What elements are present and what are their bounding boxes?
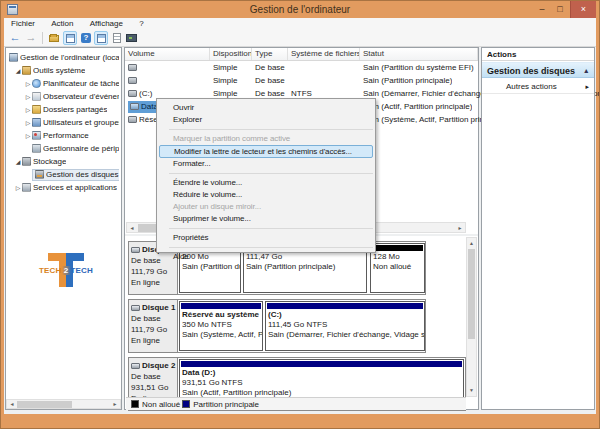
maximize-button[interactable]: □ [552,1,568,18]
collapse-arrow-icon[interactable]: ▷ [14,184,22,191]
tree-item-performance[interactable]: ▷ Performance [6,129,119,142]
tree-item-gestion-des-disques[interactable]: Gestion des disques [6,168,119,181]
tree-item-label: Outils système [33,66,85,75]
menu-item-modifier-lettre-lecteur[interactable]: Modifier la lettre de lecteur et les che… [159,145,373,158]
tree-horizontal-scrollbar[interactable]: ◄ ► [6,399,121,409]
collapse-arrow-icon[interactable]: ▷ [24,106,32,113]
volume-statut: Sain (Partition principale) [360,76,452,85]
collapse-arrow-icon[interactable]: ▷ [24,119,32,126]
storage-icon [22,157,31,166]
actions-section-gestion-des-disques[interactable]: Gestion des disques ▴ [482,62,594,78]
expand-arrow-icon[interactable]: ◢ [14,67,22,74]
console-icon [126,34,137,42]
tree-item-observateur[interactable]: ▷ Observateur d'événements [6,90,119,103]
menu-item-ouvrir[interactable]: Ouvrir [157,102,375,114]
menu-affichage[interactable]: Affichage [83,18,130,30]
menu-item-supprimer-volume[interactable]: Supprimer le volume... [157,213,375,225]
partition-reserve-systeme[interactable]: Réservé au système 350 Mo NTFS Sain (Sys… [179,301,263,351]
show-console-tree-button[interactable] [47,31,61,45]
tree-item-computer-management[interactable]: Gestion de l'ordinateur (local) [6,51,119,64]
partition-header-bar [181,361,462,367]
scroll-right-icon[interactable]: ► [111,400,119,409]
volume-context-menu: Ouvrir Explorer Marquer la partition com… [156,98,376,253]
toolbar: ← → ? [4,30,596,47]
scrollbar-thumb[interactable] [468,249,475,339]
window-title: Gestion de l'ordinateur [1,1,599,18]
menu-action[interactable]: Action [44,18,80,30]
scrollbar-thumb[interactable] [17,401,72,408]
legend-label: Non alloué [142,400,180,409]
menu-item-proprietes[interactable]: Propriétés [157,232,375,244]
minimize-button[interactable]: – [534,1,550,18]
volume-icon [128,90,137,97]
tree-item-planificateur[interactable]: ▷ Planificateur de tâches [6,77,119,90]
tree-item-services-applications[interactable]: ▷ Services et applications [6,181,119,194]
column-systeme-fichiers[interactable]: Système de fichiers [288,48,360,60]
console-tree-panel: Gestion de l'ordinateur (local) ◢ Outils… [5,47,122,410]
scroll-down-icon[interactable]: ▼ [467,386,476,395]
partition-title: (C:) [266,310,424,320]
app-icon [7,4,18,15]
collapse-arrow-icon[interactable]: ▷ [24,132,32,139]
column-statut[interactable]: Statut [360,48,478,60]
tree-item-dossiers-partages[interactable]: ▷ Dossiers partagés [6,103,119,116]
menu-item-explorer[interactable]: Explorer [157,114,375,126]
partition-title: Data (D:) [180,368,463,378]
partition-c[interactable]: (C:) 111,45 Go NTFS Sain (Démarrer, Fich… [265,301,425,351]
column-volume[interactable]: Volume [125,48,210,60]
disk-name: Disque 1 [142,302,175,313]
forward-icon[interactable]: → [24,31,38,45]
primary-partition-color-swatch [182,400,190,408]
volume-disposition: Simple [210,63,252,72]
actions-item-label: Autres actions [506,82,557,91]
scroll-left-icon[interactable]: ◄ [128,224,136,233]
disk-type: De base [131,313,177,324]
show-hide-pane-button[interactable] [63,31,77,45]
menu-item-marquer-partition-active: Marquer la partition comme active [157,133,375,145]
tree-item-outils-systeme[interactable]: ◢ Outils système [6,64,119,77]
tree-item-label: Stockage [33,157,66,166]
tree-item-utilisateurs[interactable]: ▷ Utilisateurs et groupes locaux [6,116,119,129]
menu-item-reduire-volume[interactable]: Réduire le volume... [157,189,375,201]
menu-item-etendre-volume[interactable]: Étendre le volume... [157,177,375,189]
tree-item-label: Planificateur de tâches [43,79,119,88]
disk-icon [131,363,140,369]
collapse-arrow-icon[interactable]: ▷ [24,80,32,87]
column-disposition[interactable]: Disposition [210,48,252,60]
show-action-pane-button[interactable] [94,31,108,45]
disk-vertical-scrollbar[interactable]: ▲ ▼ [466,237,477,397]
menu-item-formater[interactable]: Formater... [157,158,375,170]
volume-row-principale[interactable]: Simple De base Sain (Partition principal… [125,74,478,87]
menu-item-ajouter-disque-miroir: Ajouter un disque miroir... [157,201,375,213]
toolbar-divider [42,32,43,44]
scroll-left-icon[interactable]: ◄ [8,400,16,409]
expand-arrow-icon[interactable]: ◢ [14,158,22,165]
partition-non-allouee[interactable]: 128 Mo Non alloué [370,243,425,293]
tree-item-stockage[interactable]: ◢ Stockage [6,155,119,168]
tree-item-gestionnaire-peripheriques[interactable]: Gestionnaire de périphériques [6,142,119,155]
disk-1-label[interactable]: Disque 1 De base 111,79 Go En ligne [129,300,178,352]
menu-fichier[interactable]: Fichier [4,18,42,30]
window-content: Fichier Action Affichage ? ← → ? [4,18,596,414]
volume-icon [128,116,137,123]
collapse-section-icon[interactable]: ▴ [584,63,588,79]
menu-help[interactable]: ? [132,18,150,30]
close-button[interactable]: × [570,1,596,18]
collapse-arrow-icon[interactable]: ▷ [24,93,32,100]
actions-item-autres-actions[interactable]: Autres actions ▸ [482,79,594,94]
volume-disposition: Simple [210,89,252,98]
help-button[interactable]: ? [79,31,93,45]
menu-item-aide[interactable]: Aide [157,251,375,263]
back-icon[interactable]: ← [8,31,22,45]
scroll-right-icon[interactable]: ► [456,224,464,233]
volume-row-efi[interactable]: Simple De base Sain (Partition du systèm… [125,61,478,74]
volume-statut: Sain (Partition du système EFI) [360,63,474,72]
actions-section-label: Gestion des disques [487,66,575,76]
scroll-up-icon[interactable]: ▲ [467,239,476,248]
legend-label: Partition principale [193,400,259,409]
menu-separator [169,247,373,248]
console-button[interactable] [125,31,139,45]
column-type[interactable]: Type [252,48,288,60]
disk-management-icon [35,170,44,179]
export-list-button[interactable] [110,31,124,45]
